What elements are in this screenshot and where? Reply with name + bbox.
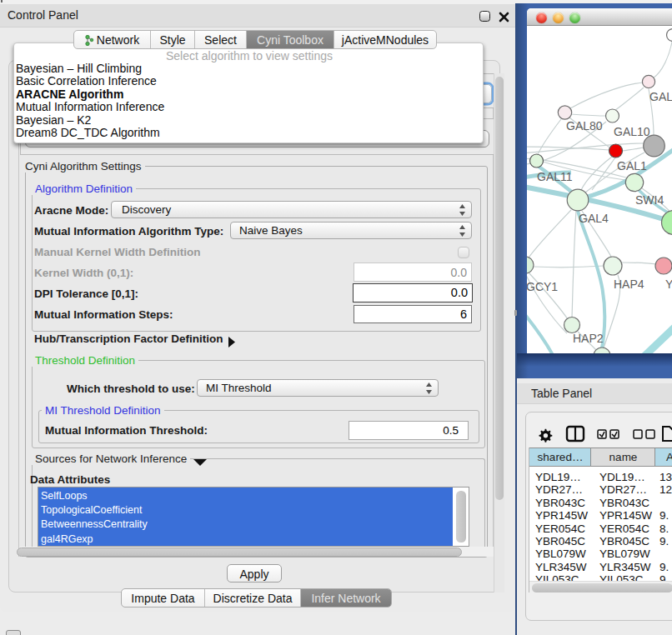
svg-text:GAL80: GAL80 (566, 119, 603, 132)
svg-text:GAL1: GAL1 (617, 159, 647, 172)
svg-text:GCY1: GCY1 (527, 280, 558, 293)
svg-text:Y: Y (665, 278, 672, 291)
svg-text:GAL11: GAL11 (537, 170, 573, 183)
svg-text:GAL10: GAL10 (614, 125, 650, 138)
svg-text:HAP2: HAP2 (573, 332, 604, 345)
svg-text:GAL4: GAL4 (579, 212, 609, 225)
svg-text:GAL: GAL (649, 90, 672, 103)
svg-text:HAP4: HAP4 (614, 278, 644, 291)
svg-text:SWI4: SWI4 (635, 193, 664, 207)
